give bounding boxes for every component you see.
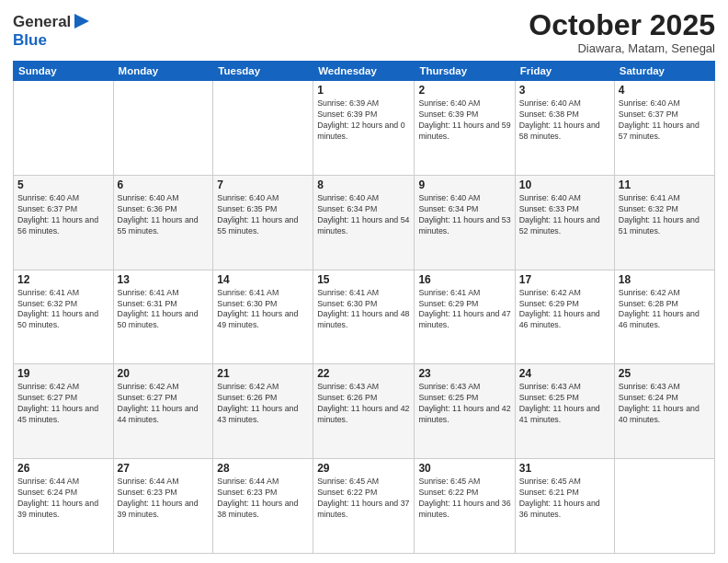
day-number: 20: [118, 367, 210, 380]
calendar-cell: 24Sunrise: 6:43 AMSunset: 6:25 PMDayligh…: [515, 364, 614, 459]
day-info: Sunrise: 6:42 AMSunset: 6:27 PMDaylight:…: [17, 382, 109, 426]
day-number: 8: [317, 178, 410, 191]
day-number: 11: [619, 178, 711, 191]
logo-icon: [73, 12, 91, 30]
weekday-header-tuesday: Tuesday: [213, 62, 313, 81]
calendar-table: SundayMondayTuesdayWednesdayThursdayFrid…: [13, 61, 715, 554]
calendar-cell: 29Sunrise: 6:45 AMSunset: 6:22 PMDayligh…: [313, 459, 415, 554]
day-number: 29: [317, 462, 410, 475]
day-number: 22: [317, 367, 410, 380]
day-number: 27: [118, 462, 210, 475]
calendar-cell: 4Sunrise: 6:40 AMSunset: 6:37 PMDaylight…: [614, 81, 714, 176]
calendar-cell: [614, 459, 714, 554]
day-info: Sunrise: 6:41 AMSunset: 6:32 PMDaylight:…: [619, 193, 711, 237]
calendar-week-3: 12Sunrise: 6:41 AMSunset: 6:32 PMDayligh…: [14, 270, 715, 364]
day-info: Sunrise: 6:40 AMSunset: 6:34 PMDaylight:…: [317, 193, 410, 237]
day-number: 4: [619, 84, 711, 97]
weekday-header-sunday: Sunday: [14, 62, 114, 81]
day-info: Sunrise: 6:43 AMSunset: 6:24 PMDaylight:…: [619, 382, 711, 426]
calendar-cell: 14Sunrise: 6:41 AMSunset: 6:30 PMDayligh…: [213, 270, 313, 364]
day-number: 26: [17, 462, 109, 475]
calendar-cell: 9Sunrise: 6:40 AMSunset: 6:34 PMDaylight…: [415, 175, 515, 270]
day-info: Sunrise: 6:42 AMSunset: 6:28 PMDaylight:…: [619, 288, 711, 332]
day-info: Sunrise: 6:40 AMSunset: 6:39 PMDaylight:…: [418, 98, 510, 143]
location-subtitle: Diawara, Matam, Senegal: [529, 41, 715, 55]
calendar-cell: 5Sunrise: 6:40 AMSunset: 6:37 PMDaylight…: [14, 175, 114, 270]
day-number: 18: [619, 273, 711, 286]
page: General Blue October 2025 Diawara, Matam…: [0, 0, 728, 563]
calendar-cell: 3Sunrise: 6:40 AMSunset: 6:38 PMDaylight…: [515, 81, 614, 176]
day-info: Sunrise: 6:40 AMSunset: 6:37 PMDaylight:…: [619, 98, 711, 143]
day-number: 21: [217, 367, 309, 380]
day-info: Sunrise: 6:44 AMSunset: 6:23 PMDaylight:…: [118, 477, 210, 521]
weekday-header-monday: Monday: [113, 62, 213, 81]
calendar-cell: 16Sunrise: 6:41 AMSunset: 6:29 PMDayligh…: [415, 270, 515, 364]
day-number: 3: [519, 84, 610, 97]
calendar-cell: [113, 81, 213, 176]
day-info: Sunrise: 6:41 AMSunset: 6:30 PMDaylight:…: [317, 288, 410, 332]
calendar-cell: 31Sunrise: 6:45 AMSunset: 6:21 PMDayligh…: [515, 459, 614, 554]
weekday-header-saturday: Saturday: [614, 62, 714, 81]
calendar-cell: 7Sunrise: 6:40 AMSunset: 6:35 PMDaylight…: [213, 175, 313, 270]
day-number: 23: [418, 367, 510, 380]
calendar-week-1: 1Sunrise: 6:39 AMSunset: 6:39 PMDaylight…: [14, 81, 715, 176]
calendar-cell: 20Sunrise: 6:42 AMSunset: 6:27 PMDayligh…: [113, 364, 213, 459]
day-number: 6: [118, 178, 210, 191]
calendar-cell: 22Sunrise: 6:43 AMSunset: 6:26 PMDayligh…: [313, 364, 415, 459]
day-number: 19: [17, 367, 109, 380]
day-info: Sunrise: 6:43 AMSunset: 6:26 PMDaylight:…: [317, 382, 410, 426]
weekday-header-row: SundayMondayTuesdayWednesdayThursdayFrid…: [14, 62, 715, 81]
weekday-header-wednesday: Wednesday: [313, 62, 415, 81]
logo-general-text: General: [13, 13, 71, 31]
calendar-cell: 2Sunrise: 6:40 AMSunset: 6:39 PMDaylight…: [415, 81, 515, 176]
day-info: Sunrise: 6:44 AMSunset: 6:24 PMDaylight:…: [17, 477, 109, 521]
day-number: 24: [519, 367, 610, 380]
calendar-cell: 8Sunrise: 6:40 AMSunset: 6:34 PMDaylight…: [313, 175, 415, 270]
day-info: Sunrise: 6:43 AMSunset: 6:25 PMDaylight:…: [418, 382, 510, 426]
calendar-cell: 15Sunrise: 6:41 AMSunset: 6:30 PMDayligh…: [313, 270, 415, 364]
day-info: Sunrise: 6:41 AMSunset: 6:31 PMDaylight:…: [118, 288, 210, 332]
day-info: Sunrise: 6:41 AMSunset: 6:29 PMDaylight:…: [418, 288, 510, 332]
day-info: Sunrise: 6:40 AMSunset: 6:37 PMDaylight:…: [17, 193, 109, 237]
day-info: Sunrise: 6:41 AMSunset: 6:30 PMDaylight:…: [217, 288, 309, 332]
calendar-cell: 23Sunrise: 6:43 AMSunset: 6:25 PMDayligh…: [415, 364, 515, 459]
day-info: Sunrise: 6:42 AMSunset: 6:29 PMDaylight:…: [519, 288, 610, 332]
day-info: Sunrise: 6:43 AMSunset: 6:25 PMDaylight:…: [519, 382, 610, 426]
day-number: 1: [317, 84, 410, 97]
day-info: Sunrise: 6:45 AMSunset: 6:21 PMDaylight:…: [519, 477, 610, 521]
calendar-week-4: 19Sunrise: 6:42 AMSunset: 6:27 PMDayligh…: [14, 364, 715, 459]
day-info: Sunrise: 6:40 AMSunset: 6:34 PMDaylight:…: [418, 193, 510, 237]
day-info: Sunrise: 6:44 AMSunset: 6:23 PMDaylight:…: [217, 477, 309, 521]
weekday-header-thursday: Thursday: [415, 62, 515, 81]
day-number: 7: [217, 178, 309, 191]
calendar-cell: 27Sunrise: 6:44 AMSunset: 6:23 PMDayligh…: [113, 459, 213, 554]
day-info: Sunrise: 6:41 AMSunset: 6:32 PMDaylight:…: [17, 288, 109, 332]
calendar-cell: 1Sunrise: 6:39 AMSunset: 6:39 PMDaylight…: [313, 81, 415, 176]
calendar-cell: 28Sunrise: 6:44 AMSunset: 6:23 PMDayligh…: [213, 459, 313, 554]
day-info: Sunrise: 6:40 AMSunset: 6:36 PMDaylight:…: [118, 193, 210, 237]
calendar-cell: 26Sunrise: 6:44 AMSunset: 6:24 PMDayligh…: [14, 459, 114, 554]
calendar-cell: 12Sunrise: 6:41 AMSunset: 6:32 PMDayligh…: [14, 270, 114, 364]
logo: General Blue: [13, 13, 91, 50]
day-number: 10: [519, 178, 610, 191]
svg-marker-0: [74, 14, 89, 29]
month-title: October 2025: [529, 9, 715, 41]
calendar-cell: 6Sunrise: 6:40 AMSunset: 6:36 PMDaylight…: [113, 175, 213, 270]
day-number: 9: [418, 178, 510, 191]
calendar-week-2: 5Sunrise: 6:40 AMSunset: 6:37 PMDaylight…: [14, 175, 715, 270]
day-info: Sunrise: 6:40 AMSunset: 6:35 PMDaylight:…: [217, 193, 309, 237]
calendar-cell: 21Sunrise: 6:42 AMSunset: 6:26 PMDayligh…: [213, 364, 313, 459]
day-info: Sunrise: 6:40 AMSunset: 6:38 PMDaylight:…: [519, 98, 610, 143]
calendar-cell: 10Sunrise: 6:40 AMSunset: 6:33 PMDayligh…: [515, 175, 614, 270]
calendar-week-5: 26Sunrise: 6:44 AMSunset: 6:24 PMDayligh…: [14, 459, 715, 554]
day-number: 31: [519, 462, 610, 475]
logo-blue-text: Blue: [13, 31, 47, 49]
day-number: 30: [418, 462, 510, 475]
weekday-header-friday: Friday: [515, 62, 614, 81]
day-info: Sunrise: 6:45 AMSunset: 6:22 PMDaylight:…: [418, 477, 510, 521]
day-number: 16: [418, 273, 510, 286]
day-number: 14: [217, 273, 309, 286]
day-number: 2: [418, 84, 510, 97]
day-info: Sunrise: 6:39 AMSunset: 6:39 PMDaylight:…: [317, 98, 410, 143]
calendar-cell: 18Sunrise: 6:42 AMSunset: 6:28 PMDayligh…: [614, 270, 714, 364]
